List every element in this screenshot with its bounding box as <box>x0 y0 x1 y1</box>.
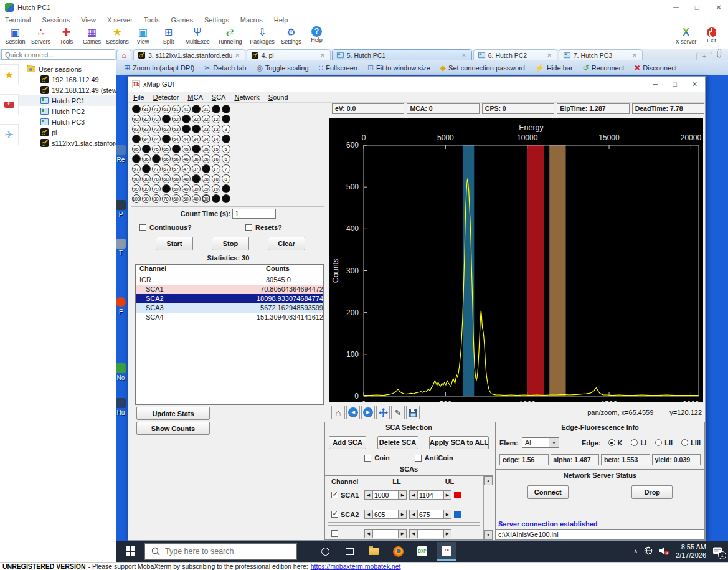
remote-sessions-icon[interactable]: ✈ <box>0 124 19 145</box>
network-globe-icon[interactable] <box>644 546 653 556</box>
detector-channel-17[interactable]: 17 <box>212 164 220 173</box>
session-tab[interactable]: 3. s112lxv1.slac.stanford.edu✕ <box>133 49 245 60</box>
show-counts-button[interactable]: Show Counts <box>136 422 210 435</box>
stop-button[interactable]: Stop <box>212 237 249 250</box>
desktop-icon-fragment[interactable]: Re <box>116 145 129 163</box>
help-button[interactable]: ?Help <box>304 25 329 49</box>
detector-channel-16[interactable]: 16 <box>212 154 220 163</box>
detector-channel-86[interactable]: 86 <box>142 154 151 163</box>
fit-to-window-size-button[interactable]: ⊡Fit to window size <box>367 64 430 72</box>
detector-channel-24[interactable]: 24 <box>202 135 210 143</box>
desktop-icon-fragment[interactable]: T <box>116 239 129 257</box>
detector-channel-32[interactable]: 32 <box>192 115 201 123</box>
detector-channel-57[interactable]: 57 <box>172 164 181 173</box>
detector-channel-27[interactable] <box>202 164 210 173</box>
sidebar-session-pi[interactable]: pi <box>19 127 133 138</box>
detector-channel-97[interactable]: 97 <box>132 164 141 173</box>
scroll-up-icon[interactable]: ▲ <box>484 476 493 485</box>
detector-channel-69[interactable] <box>162 184 171 193</box>
tab-close-icon[interactable]: ✕ <box>320 52 325 59</box>
servers-button[interactable]: ∴Servers <box>28 25 54 49</box>
detector-channel-74[interactable]: 74 <box>152 135 161 143</box>
tools-button[interactable]: ✚Tools <box>54 25 79 49</box>
detector-channel-64[interactable] <box>162 135 171 143</box>
start-button-windows[interactable] <box>116 541 144 562</box>
detector-channel-34[interactable]: 34 <box>192 135 201 143</box>
search-input[interactable] <box>165 547 277 556</box>
detector-channel-72[interactable]: 72 <box>152 115 161 123</box>
menu-terminal[interactable]: Terminal <box>5 16 31 24</box>
detector-channel-39[interactable]: 39 <box>192 184 201 193</box>
detector-channel-3[interactable]: 3 <box>222 125 230 133</box>
spin-right-icon[interactable]: ▶ <box>399 529 407 538</box>
reconnect-button[interactable]: ↺Reconnect <box>583 64 625 72</box>
detector-channel-15[interactable]: 15 <box>212 145 220 153</box>
detector-channel-79[interactable]: 79 <box>152 184 161 193</box>
detector-channel-73[interactable]: 73 <box>152 125 161 133</box>
detector-channel-6[interactable]: 6 <box>222 154 230 163</box>
detector-channel-100[interactable]: 100 <box>132 194 141 203</box>
detector-channel-47[interactable]: 47 <box>182 164 191 173</box>
detector-channel-11[interactable] <box>212 105 220 113</box>
spin-left-icon[interactable]: ◀ <box>409 490 417 500</box>
drop-button[interactable]: Drop <box>631 485 673 499</box>
detector-channel-85[interactable] <box>142 145 151 153</box>
detector-channel-28[interactable]: 28 <box>202 174 210 183</box>
xmap-minimize-button[interactable]: ─ <box>653 80 658 88</box>
hide-bar-button[interactable]: ⚡Hide bar <box>535 64 573 72</box>
menu-help[interactable]: Help <box>274 16 288 24</box>
tab-close-icon[interactable]: ✕ <box>235 52 240 59</box>
xmap-close-button[interactable]: ✕ <box>692 80 697 88</box>
view-button[interactable]: ▣View <box>130 25 156 49</box>
detector-channel-35[interactable] <box>192 145 201 153</box>
detector-channel-50[interactable]: 50 <box>182 194 191 203</box>
tools-knife-icon[interactable] <box>0 94 19 115</box>
detector-channel-76[interactable] <box>152 154 161 163</box>
sca-color-swatch[interactable] <box>454 511 461 518</box>
detector-channel-31[interactable] <box>192 105 201 113</box>
menu-settings[interactable]: Settings <box>204 16 229 24</box>
task-view-button[interactable] <box>340 542 359 561</box>
detector-channel-29[interactable]: 29 <box>202 184 210 193</box>
detector-channel-54[interactable]: 54 <box>172 135 181 143</box>
detector-channel-43[interactable] <box>182 125 191 133</box>
set-connection-password-button[interactable]: ◆Set connection password <box>440 64 525 72</box>
paperclip-icon[interactable] <box>716 49 723 59</box>
detector-channel-42[interactable] <box>182 115 191 123</box>
spin-left-icon[interactable]: ◀ <box>409 510 417 519</box>
detector-channel-63[interactable]: 63 <box>162 125 171 133</box>
xserver-button[interactable]: X X server <box>673 25 699 49</box>
detector-channel-93[interactable]: 93 <box>132 125 141 133</box>
detector-channel-22[interactable]: 22 <box>202 115 210 123</box>
taskbar-clock[interactable]: 8:55 AM 2/17/2026 <box>676 543 706 559</box>
home-tab[interactable]: ⌂ <box>116 50 131 60</box>
statistics-row-sca3[interactable]: SCA35672.162948593599 <box>136 303 323 313</box>
minimize-button[interactable]: ─ <box>673 3 679 12</box>
sidebar-session-hutch-pc3[interactable]: Hutch PC3 <box>19 116 133 127</box>
mca-spectrum-chart[interactable]: 0500100015002000050001000015000200000100… <box>329 118 703 402</box>
spin-left-icon[interactable]: ◀ <box>364 510 372 519</box>
scroll-down-icon[interactable]: ▼ <box>484 530 493 539</box>
detector-channel-8[interactable]: 8 <box>222 174 230 183</box>
sidebar-session-s112lxv1-slac-stanford-edu[interactable]: s112lxv1.slac.stanford.edu <box>19 138 133 148</box>
detector-channel-30[interactable]: 30 <box>202 194 210 203</box>
detector-channel-66[interactable]: 66 <box>162 154 171 163</box>
detector-channel-10[interactable] <box>222 194 230 203</box>
coin-checkbox[interactable]: Coin <box>364 454 389 462</box>
sca-ul-input[interactable] <box>417 529 443 538</box>
maximize-button[interactable]: □ <box>695 3 699 12</box>
detector-channel-9[interactable] <box>222 184 230 193</box>
detector-channel-49[interactable]: 49 <box>182 184 191 193</box>
settings-button[interactable]: ⚙Settings <box>278 25 304 49</box>
close-button[interactable]: ✕ <box>716 3 722 12</box>
packages-button[interactable]: ⇩Packages <box>246 25 278 49</box>
count-time-input[interactable] <box>232 209 276 219</box>
sidebar-session-hutch-pc2[interactable]: Hutch PC2 <box>19 106 133 116</box>
detector-channel-99[interactable]: 99 <box>132 184 141 193</box>
exit-button[interactable]: Exit <box>699 25 724 49</box>
sca-ul-input[interactable] <box>417 490 443 500</box>
sca-color-swatch[interactable] <box>454 492 461 498</box>
detector-channel-19[interactable]: 19 <box>212 184 220 193</box>
fullscreen-button[interactable]: ∷Fullscreen <box>319 64 357 72</box>
tab-close-icon[interactable]: ✕ <box>461 52 466 59</box>
